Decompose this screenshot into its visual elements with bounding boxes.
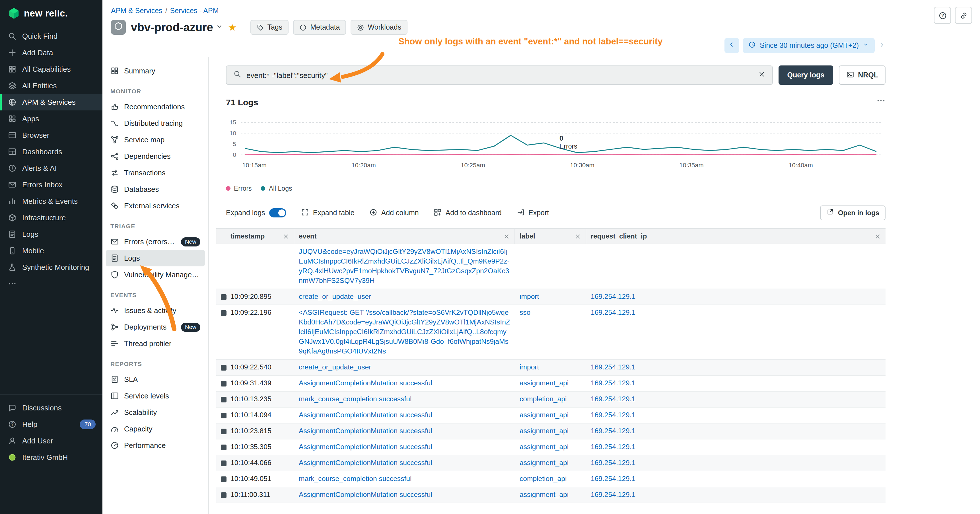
sidebar-item-browser[interactable]: Browser — [0, 127, 102, 143]
nrql-button[interactable]: NRQL — [838, 65, 886, 85]
subnav-item-scalability[interactable]: Scalability — [106, 404, 205, 421]
label-link[interactable]: assignment_api — [520, 491, 568, 499]
sidebar-item-all-capabilities[interactable]: All Capabilities — [0, 61, 102, 77]
log-row[interactable]: 10:09:20.895create_or_update_userimport1… — [216, 289, 886, 305]
subnav-item-dependencies[interactable]: Dependencies — [106, 148, 205, 164]
export-button[interactable]: Export — [517, 208, 549, 218]
log-row[interactable]: 10:10:23.815AssignmentCompletionMutation… — [216, 423, 886, 439]
sidebar-item-apps[interactable]: Apps — [0, 110, 102, 127]
log-row[interactable]: 10:10:49.051mark_course_completion succe… — [216, 471, 886, 487]
breadcrumb-services-apm[interactable]: Services - APM — [170, 7, 219, 15]
request_client_ip-link[interactable]: 169.254.129.1 — [591, 443, 635, 451]
log-row[interactable]: 10:09:22.540create_or_update_userimport1… — [216, 360, 886, 376]
sidebar-item-add-data[interactable]: Add Data — [0, 45, 102, 61]
link-button[interactable] — [955, 7, 972, 24]
label-link[interactable]: sso — [520, 309, 530, 317]
log-entry-icon[interactable] — [221, 444, 226, 450]
subnav-item-sla[interactable]: SLA — [106, 371, 205, 388]
request_client_ip-link[interactable]: 169.254.129.1 — [591, 293, 635, 301]
query-input[interactable] — [247, 71, 753, 80]
sidebar-item-quick-find[interactable]: Quick Find — [0, 28, 102, 45]
sidebar-item-all-entities[interactable]: All Entities — [0, 77, 102, 94]
subnav-item-service-levels[interactable]: Service levels — [106, 388, 205, 404]
log-row[interactable]: 10:10:35.305AssignmentCompletionMutation… — [216, 439, 886, 455]
subnav-item-deployments[interactable]: DeploymentsNew — [106, 319, 205, 335]
expand-logs-toggle[interactable] — [269, 208, 286, 218]
log-row[interactable]: 10:09:22.196<ASGIRequest: GET '/sso/call… — [216, 305, 886, 360]
remove-column-button[interactable] — [575, 233, 581, 239]
subnav-item-databases[interactable]: Databases — [106, 181, 205, 197]
event-link[interactable]: mark_course_completion successful — [299, 475, 412, 483]
more-options-button[interactable] — [877, 96, 886, 108]
subnav-item-recommendations[interactable]: Recommendations — [106, 99, 205, 115]
sidebar-item-infrastructure[interactable]: Infrastructure — [0, 210, 102, 226]
event-link[interactable]: mark_course_completion successful — [299, 395, 412, 403]
subnav-item-distributed-tracing[interactable]: Distributed tracing — [106, 115, 205, 132]
request_client_ip-link[interactable]: 169.254.129.1 — [591, 491, 635, 499]
log-entry-icon[interactable] — [221, 380, 226, 386]
event-link[interactable]: AssignmentCompletionMutation successful — [299, 491, 432, 499]
remove-column-button[interactable] — [875, 233, 881, 239]
help-circle-button[interactable]: ? — [934, 7, 951, 24]
subnav-item-service-map[interactable]: Service map — [106, 132, 205, 148]
log-entry-icon[interactable] — [221, 396, 226, 402]
breadcrumb-apm-services[interactable]: APM & Services — [111, 7, 162, 15]
log-row[interactable]: 10:10:14.094AssignmentCompletionMutation… — [216, 407, 886, 423]
label-link[interactable]: assignment_api — [520, 443, 568, 451]
event-link[interactable]: AssignmentCompletionMutation successful — [299, 443, 432, 451]
subnav-item-vulnerability-management[interactable]: Vulnerability Management — [106, 266, 205, 283]
label-link[interactable]: completion_api — [520, 395, 566, 403]
log-entry-icon[interactable] — [221, 294, 226, 300]
sidebar-item-metrics-events[interactable]: Metrics & Events — [0, 193, 102, 210]
column-header-event[interactable]: event — [294, 229, 515, 243]
request_client_ip-link[interactable]: 169.254.129.1 — [591, 411, 635, 419]
log-row[interactable]: 10:11:00.311AssignmentCompletionMutation… — [216, 487, 886, 503]
subnav-item-summary[interactable]: Summary — [106, 63, 205, 79]
time-back-button[interactable] — [724, 38, 739, 53]
time-forward-button[interactable] — [878, 40, 886, 51]
label-link[interactable]: assignment_api — [520, 459, 568, 467]
add-column-button[interactable]: Add column — [369, 208, 419, 218]
log-row[interactable]: 10:09:31.439AssignmentCompletionMutation… — [216, 376, 886, 391]
subnav-item-capacity[interactable]: Capacity — [106, 421, 205, 437]
event-link[interactable]: create_or_update_user — [299, 363, 371, 371]
favorite-star-icon[interactable]: ★ — [228, 22, 237, 32]
sidebar-item-iterativ-gmbh[interactable]: Iterativ GmbH — [0, 449, 102, 466]
column-header-label[interactable]: label — [515, 229, 586, 243]
sidebar-item-apm-services[interactable]: APM & Services — [0, 94, 102, 110]
sidebar-item-errors-inbox[interactable]: Errors Inbox — [0, 177, 102, 193]
label-link[interactable]: assignment_api — [520, 427, 568, 435]
column-header-request-client-ip[interactable]: request_client_ip — [586, 229, 886, 243]
log-entry-icon[interactable] — [221, 364, 226, 370]
subnav-item-performance[interactable]: Performance — [106, 437, 205, 454]
event-link[interactable]: create_or_update_user — [299, 293, 371, 301]
column-header-timestamp[interactable]: timestamp — [216, 229, 294, 243]
remove-column-button[interactable] — [504, 233, 510, 239]
new-relic-logo[interactable]: new relic. — [0, 0, 102, 28]
subnav-item-thread-profiler[interactable]: Thread profiler — [106, 335, 205, 352]
event-link[interactable]: AssignmentCompletionMutation successful — [299, 459, 432, 467]
subnav-item-logs[interactable]: Logs — [106, 250, 205, 266]
label-link[interactable]: completion_api — [520, 475, 566, 483]
metadata-button[interactable]: Metadata — [293, 20, 346, 35]
open-in-logs-button[interactable]: Open in logs — [820, 205, 886, 220]
request_client_ip-link[interactable]: 169.254.129.1 — [591, 363, 635, 371]
sidebar-item-add-user[interactable]: Add User — [0, 433, 102, 449]
request_client_ip-link[interactable]: 169.254.129.1 — [591, 459, 635, 467]
request_client_ip-link[interactable]: 169.254.129.1 — [591, 395, 635, 403]
event-link[interactable]: <ASGIRequest: GET '/sso/callback/?state=… — [299, 309, 510, 355]
label-link[interactable]: assignment_api — [520, 411, 568, 419]
label-link[interactable]: import — [520, 293, 539, 301]
sidebar-item-discussions[interactable]: Discussions — [0, 399, 102, 416]
sidebar-item-logs[interactable]: Logs — [0, 226, 102, 242]
query-logs-button[interactable]: Query logs — [779, 65, 833, 85]
log-row[interactable]: 10:10:13.235mark_course_completion succe… — [216, 391, 886, 407]
legend-item-all-logs[interactable]: All Logs — [261, 185, 292, 192]
log-row[interactable]: JUQVU&code=eyJraWQiOiJjcGltY29yZV8wOTl1M… — [216, 244, 886, 289]
clear-query-button[interactable] — [758, 70, 766, 80]
subnav-item-issues-activity[interactable]: Issues & activity — [106, 302, 205, 319]
workloads-button[interactable]: Workloads — [351, 20, 408, 35]
request_client_ip-link[interactable]: 169.254.129.1 — [591, 309, 635, 317]
request_client_ip-link[interactable]: 169.254.129.1 — [591, 379, 635, 387]
subnav-item-external-services[interactable]: External services — [106, 197, 205, 214]
